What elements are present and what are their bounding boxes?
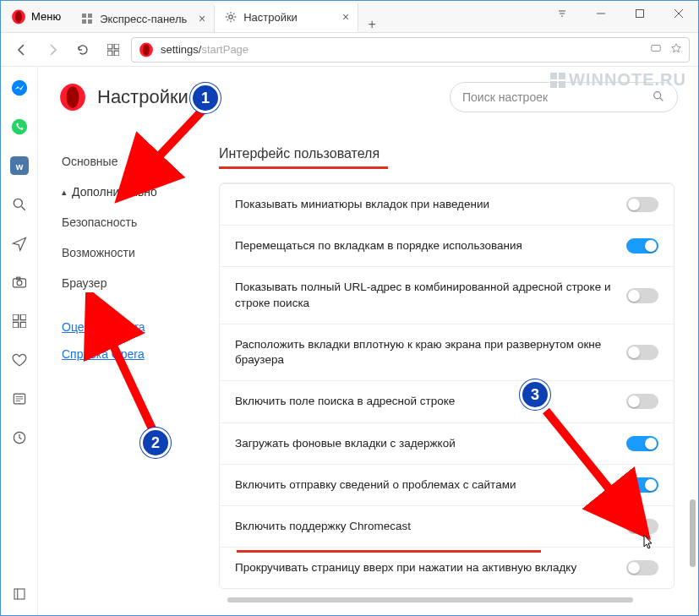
toggle-switch[interactable] <box>626 436 658 451</box>
svg-rect-11 <box>636 10 644 18</box>
setting-row[interactable]: Расположить вкладки вплотную к краю экра… <box>220 324 674 380</box>
new-tab-button[interactable]: + <box>358 17 385 32</box>
setting-label: Перемещаться по вкладкам в порядке испол… <box>235 238 616 253</box>
navigation-toolbar: settings/startPage <box>1 33 698 67</box>
gear-icon <box>225 11 237 23</box>
toggle-switch[interactable] <box>626 519 658 534</box>
setting-label: Показывать полный URL-адрес в комбиниров… <box>235 280 616 310</box>
svg-rect-15 <box>114 44 119 49</box>
setting-row[interactable]: Прокручивать страницу вверх при нажатии … <box>220 547 674 588</box>
address-bar[interactable]: settings/startPage <box>131 37 690 63</box>
back-button[interactable] <box>9 37 35 63</box>
setting-row[interactable]: Показывать полный URL-адрес в комбиниров… <box>220 266 674 323</box>
svg-rect-30 <box>13 314 19 320</box>
send-icon[interactable] <box>10 234 29 253</box>
apps-icon[interactable] <box>10 312 29 330</box>
svg-rect-4 <box>82 19 86 24</box>
setting-row[interactable]: Показывать миниатюры вкладок при наведен… <box>220 183 674 225</box>
vertical-scrollbar[interactable] <box>690 499 696 567</box>
toggle-switch[interactable] <box>626 345 658 360</box>
close-icon[interactable]: × <box>199 12 205 25</box>
history-icon[interactable] <box>10 428 29 447</box>
svg-rect-45 <box>550 73 557 79</box>
opera-logo-icon <box>11 9 26 25</box>
minimize-button[interactable] <box>582 1 620 26</box>
setting-label: Включить поддержку Chromecast <box>235 519 616 534</box>
svg-rect-3 <box>88 14 92 18</box>
collapse-rail-icon[interactable] <box>10 585 29 603</box>
speed-dial-button[interactable] <box>101 37 126 63</box>
annotation-badge-3: 3 <box>520 379 550 410</box>
settings-content: Настройки Поиск настроек Основные Дополн… <box>38 67 698 615</box>
setting-row[interactable]: Включить поле поиска в адресной строке <box>220 380 674 422</box>
setting-row[interactable]: Загружать фоновые вкладки с задержкой <box>220 422 674 464</box>
menu-button[interactable]: Меню <box>1 1 71 32</box>
sidebar-item-features[interactable]: Возможности <box>58 237 202 268</box>
svg-rect-20 <box>652 46 661 52</box>
svg-rect-33 <box>20 322 26 328</box>
toggle-switch[interactable] <box>626 560 658 575</box>
annotation-badge-2: 2 <box>140 428 171 458</box>
opera-logo-icon <box>58 83 87 112</box>
settings-dropdown-icon[interactable] <box>543 1 582 26</box>
news-icon[interactable] <box>10 390 29 408</box>
grid-icon <box>81 13 93 25</box>
forward-button[interactable] <box>40 37 65 63</box>
toggle-switch[interactable] <box>626 197 658 212</box>
vpn-icon[interactable] <box>650 42 662 57</box>
toggle-switch[interactable] <box>626 238 658 253</box>
svg-line-26 <box>21 207 25 210</box>
url-text: settings/startPage <box>161 43 248 56</box>
left-sidebar-rail: w <box>1 67 38 615</box>
svg-rect-46 <box>559 73 565 79</box>
setting-label: Включить отправку сведений о проблемах с… <box>235 477 616 493</box>
svg-point-42 <box>67 86 79 108</box>
rate-opera-link[interactable]: Оценить Opera <box>58 313 202 341</box>
svg-point-1 <box>15 11 22 23</box>
svg-rect-17 <box>114 51 119 56</box>
svg-rect-48 <box>559 81 565 88</box>
vk-icon[interactable]: w <box>10 156 29 175</box>
tab-settings[interactable]: Настройки × <box>215 3 358 32</box>
heart-icon[interactable] <box>10 351 29 369</box>
close-icon[interactable]: × <box>342 10 349 24</box>
svg-line-44 <box>660 98 663 101</box>
window-controls <box>543 1 698 32</box>
setting-label: Загружать фоновые вкладки с задержкой <box>235 436 616 451</box>
help-opera-link[interactable]: Справка Opera <box>58 341 202 368</box>
whatsapp-icon[interactable] <box>10 117 29 136</box>
tab-label: Настройки <box>243 11 298 24</box>
svg-point-43 <box>654 91 661 98</box>
opera-logo-icon <box>139 42 154 57</box>
search-icon <box>652 90 665 106</box>
sidebar-item-advanced[interactable]: Дополнительно <box>58 177 202 207</box>
messenger-icon[interactable] <box>10 79 29 97</box>
setting-row[interactable]: Включить отправку сведений о проблемах с… <box>220 464 674 505</box>
setting-row[interactable]: Перемещаться по вкладкам в порядке испол… <box>220 225 674 266</box>
tab-strip: Экспресс-панель × Настройки × + <box>71 1 543 32</box>
toggle-switch[interactable] <box>626 288 658 303</box>
maximize-button[interactable] <box>620 1 659 26</box>
menu-label: Меню <box>31 10 61 23</box>
setting-row[interactable]: Включить поддержку Chromecast <box>220 505 674 547</box>
sidebar-item-browser[interactable]: Браузер <box>58 268 202 298</box>
close-window-button[interactable] <box>659 1 698 26</box>
svg-point-19 <box>143 44 150 56</box>
reload-button[interactable] <box>70 37 96 63</box>
tab-label: Экспресс-панель <box>100 13 187 25</box>
sidebar-item-security[interactable]: Безопасность <box>58 207 202 237</box>
svg-point-6 <box>229 15 232 19</box>
camera-icon[interactable] <box>10 273 29 292</box>
search-icon[interactable] <box>10 195 29 214</box>
sidebar-item-basic[interactable]: Основные <box>58 146 202 177</box>
toggle-switch[interactable] <box>626 477 658 493</box>
svg-text:w: w <box>14 161 23 172</box>
tab-speed-dial[interactable]: Экспресс-панель × <box>71 5 215 32</box>
bookmark-icon[interactable] <box>670 42 682 57</box>
cursor-icon <box>639 533 656 553</box>
horizontal-scrollbar[interactable] <box>227 597 633 602</box>
svg-rect-31 <box>20 314 26 320</box>
setting-label: Показывать миниатюры вкладок при наведен… <box>235 197 616 212</box>
setting-label: Включить поле поиска в адресной строке <box>235 394 616 409</box>
toggle-switch[interactable] <box>626 394 658 409</box>
